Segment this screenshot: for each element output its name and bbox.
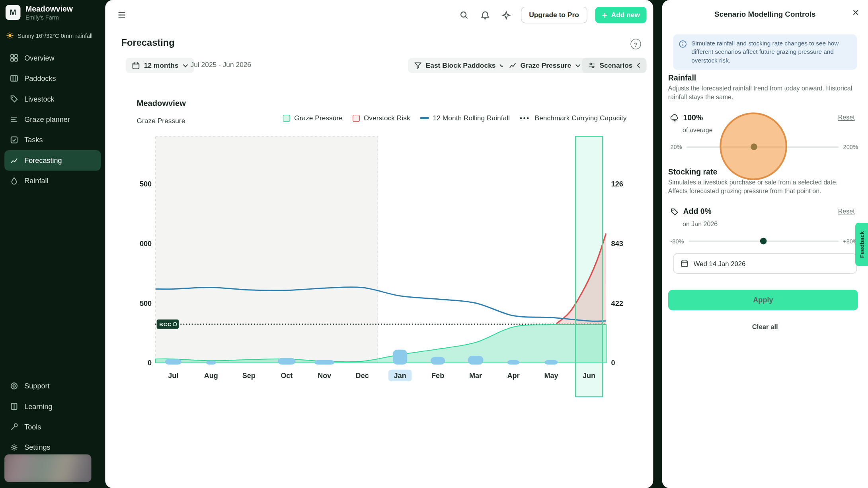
svg-text:Jun: Jun	[583, 372, 595, 380]
farm-logo: M	[6, 5, 21, 20]
metric-filter[interactable]: Graze Pressure	[503, 58, 587, 73]
sidebar-item-paddocks[interactable]: Paddocks	[4, 68, 101, 88]
stocking-slider-track[interactable]	[689, 240, 839, 242]
bell-icon[interactable]	[479, 8, 492, 22]
legend-label: Overstock Risk	[364, 114, 410, 122]
info-text: Simulate rainfall and stocking rate chan…	[691, 39, 851, 65]
main-content: Upgrade to Pro Add new Forecasting ? 12 …	[105, 0, 653, 488]
sidebar-item-label: Learning	[24, 402, 52, 411]
rainfall-slider-handle[interactable]	[751, 143, 757, 150]
info-icon	[679, 40, 687, 65]
upgrade-to-pro-button[interactable]: Upgrade to Pro	[521, 7, 587, 24]
stocking-slider-handle[interactable]	[760, 238, 767, 245]
svg-text:843: 843	[611, 240, 623, 248]
calendar-icon	[680, 259, 689, 268]
add-new-button[interactable]: Add new	[595, 7, 646, 24]
svg-text:500: 500	[140, 180, 152, 188]
scenario-panel: Scenario Modelling Controls ✕ Simulate r…	[662, 0, 868, 488]
wrench-icon	[10, 423, 18, 431]
close-icon[interactable]: ✕	[852, 8, 859, 18]
sidebar-item-tools[interactable]: Tools	[4, 417, 101, 437]
svg-text:000: 000	[140, 240, 152, 248]
stocking-value-sub: on Jan 2026	[683, 221, 718, 227]
rainfall-slider-track[interactable]	[687, 146, 839, 148]
grid-icon	[10, 54, 18, 62]
sidebar-item-learning[interactable]: Learning	[4, 396, 101, 417]
rainfall-reset-link[interactable]: Reset	[838, 114, 855, 121]
sidebar-item-tasks[interactable]: Tasks	[4, 129, 101, 150]
sidebar-footer-nav: Support Learning Tools Settings	[4, 376, 101, 458]
svg-text:Mar: Mar	[469, 372, 482, 380]
period-filter[interactable]: 12 months	[126, 58, 194, 73]
sidebar-item-support[interactable]: Support	[4, 376, 101, 396]
tag-icon	[10, 95, 18, 103]
legend-overstock-risk[interactable]: Overstock Risk	[353, 114, 410, 122]
scenarios-label: Scenarios	[599, 61, 632, 69]
stocking-value-row: Add 0% Reset	[670, 207, 854, 216]
sidebar-item-graze-planner[interactable]: Graze planner	[4, 109, 101, 129]
sidebar-item-livestock[interactable]: Livestock	[4, 89, 101, 109]
legend-graze-pressure[interactable]: Graze Pressure	[283, 114, 343, 122]
sliders-icon	[588, 61, 595, 69]
chart-line-icon	[509, 61, 516, 69]
legend-rolling-rainfall[interactable]: 12 Month Rolling Rainfall	[420, 114, 510, 122]
tag-icon	[670, 208, 679, 216]
svg-text:126: 126	[611, 180, 623, 188]
stocking-reset-link[interactable]: Reset	[838, 208, 855, 215]
svg-text:Aug: Aug	[204, 372, 218, 380]
rainfall-value: 100%	[683, 113, 703, 122]
sidebar-item-rainfall[interactable]: Rainfall	[4, 171, 101, 191]
info-banner: Simulate rainfall and stocking rate chan…	[673, 34, 857, 70]
apply-button[interactable]: Apply	[668, 290, 858, 310]
y-axis-title: Graze Pressure	[137, 117, 185, 124]
sparkles-icon[interactable]	[499, 8, 513, 22]
hamburger-menu-icon[interactable]	[115, 8, 128, 22]
checklist-icon	[10, 136, 18, 144]
rainfall-value-sub: of average	[683, 127, 713, 134]
rainfall-description: Adjusts the forecasted rainfall trend fr…	[668, 84, 854, 101]
rainfall-slider: 20% 200%	[670, 143, 858, 150]
clear-all-link[interactable]: Clear all	[662, 323, 868, 331]
scenarios-toggle[interactable]: Scenarios	[582, 58, 646, 73]
sidebar-item-label: Settings	[24, 443, 50, 452]
stocking-date-value: Wed 14 Jan 2026	[694, 260, 746, 267]
user-profile-redacted	[4, 455, 91, 482]
paddocks-filter[interactable]: East Block Paddocks	[408, 58, 511, 73]
gear-icon	[10, 443, 18, 452]
cloud-rain-icon	[670, 114, 679, 123]
sidebar-item-forecasting[interactable]: Forecasting	[4, 150, 101, 171]
benchmark-dots-swatch	[520, 114, 531, 122]
sidebar: M Meadowview Emily's Farm Sunny 16°/32°C…	[0, 0, 105, 488]
svg-text:0: 0	[611, 359, 615, 367]
svg-text:Feb: Feb	[431, 372, 444, 380]
weather-summary: Sunny 16°/32°C 0mm rainfall	[6, 31, 92, 39]
chart-title: Meadowview	[137, 99, 186, 108]
search-icon[interactable]	[458, 8, 471, 22]
svg-text:Nov: Nov	[318, 372, 331, 380]
date-range-label: Jul 2025 - Jun 2026	[190, 61, 251, 69]
svg-text:Dec: Dec	[356, 372, 369, 380]
funnel-icon	[414, 61, 421, 69]
legend-benchmark[interactable]: Benchmark Carrying Capacity	[520, 114, 627, 122]
chevron-down-icon	[575, 63, 581, 67]
feedback-tab[interactable]: Feedback	[855, 223, 868, 266]
help-icon[interactable]: ?	[630, 39, 641, 49]
legend-label: 12 Month Rolling Rainfall	[433, 114, 510, 122]
chevron-down-icon	[182, 63, 188, 67]
line-chart-icon	[10, 156, 18, 165]
farm-subtitle: Emily's Farm	[25, 14, 73, 20]
sidebar-item-label: Graze planner	[24, 115, 70, 123]
sidebar-item-label: Forecasting	[24, 156, 62, 165]
svg-text:Jul: Jul	[168, 372, 178, 380]
stocking-value: Add 0%	[683, 207, 711, 216]
rainfall-slider-max: 200%	[843, 143, 858, 150]
book-icon	[10, 402, 18, 411]
svg-text:Oct: Oct	[281, 372, 293, 380]
panel-title: Scenario Modelling Controls	[662, 10, 868, 18]
sidebar-item-label: Paddocks	[24, 74, 56, 82]
feedback-label: Feedback	[858, 231, 865, 258]
sidebar-item-label: Rainfall	[24, 177, 48, 185]
stocking-date-field[interactable]: Wed 14 Jan 2026	[673, 253, 857, 274]
sidebar-item-overview[interactable]: Overview	[4, 48, 101, 68]
legend-label: Benchmark Carrying Capacity	[535, 114, 627, 122]
